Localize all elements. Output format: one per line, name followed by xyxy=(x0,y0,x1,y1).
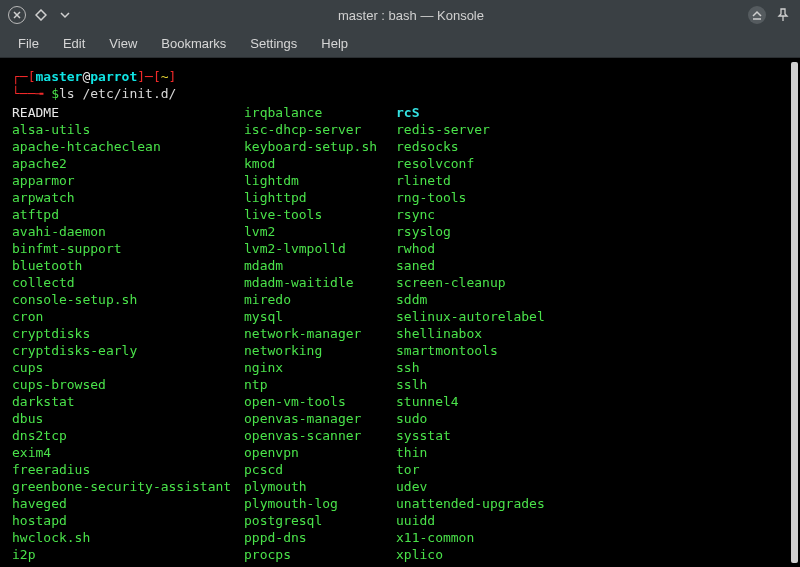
menu-file[interactable]: File xyxy=(8,32,49,55)
listing-cell: greenbone-security-assistant xyxy=(12,478,244,495)
listing-cell: console-setup.sh xyxy=(12,291,244,308)
listing-cell: smartmontools xyxy=(396,342,498,359)
menubar: File Edit View Bookmarks Settings Help xyxy=(0,30,800,58)
listing-row: cronmysqlselinux-autorelabel xyxy=(12,308,788,325)
keep-above-icon[interactable] xyxy=(748,6,766,24)
listing-cell: dbus xyxy=(12,410,244,427)
listing-row: hostapdpostgresqluuidd xyxy=(12,512,788,529)
listing-cell: sslh xyxy=(396,376,427,393)
ls-output: READMEirqbalancercSalsa-utilsisc-dhcp-se… xyxy=(12,104,788,563)
prompt-bracket: ] xyxy=(169,69,177,84)
listing-cell: kmod xyxy=(244,155,396,172)
listing-cell: i2p xyxy=(12,546,244,563)
listing-cell: udev xyxy=(396,478,427,495)
listing-cell: rsyslog xyxy=(396,223,451,240)
listing-cell: bluetooth xyxy=(12,257,244,274)
listing-row: cryptdisks-earlynetworkingsmartmontools xyxy=(12,342,788,359)
listing-cell: tor xyxy=(396,461,419,478)
listing-cell: rwhod xyxy=(396,240,435,257)
listing-cell: shellinabox xyxy=(396,325,482,342)
listing-row: alsa-utilsisc-dhcp-serverredis-server xyxy=(12,121,788,138)
listing-cell: redis-server xyxy=(396,121,490,138)
listing-cell: rcS xyxy=(396,104,419,121)
terminal-area[interactable]: ┌─[master@parrot]─[~] └──╼ $ls /etc/init… xyxy=(0,58,800,567)
listing-cell: procps xyxy=(244,546,396,563)
listing-cell: miredo xyxy=(244,291,396,308)
listing-cell: haveged xyxy=(12,495,244,512)
scrollbar[interactable] xyxy=(791,62,798,563)
listing-cell: openvas-manager xyxy=(244,410,396,427)
listing-cell: atftpd xyxy=(12,206,244,223)
listing-cell: collectd xyxy=(12,274,244,291)
listing-cell: exim4 xyxy=(12,444,244,461)
listing-cell: mdadm xyxy=(244,257,396,274)
listing-cell: thin xyxy=(396,444,427,461)
prompt-line-2: └──╼ $ls /etc/init.d/ xyxy=(12,85,788,102)
close-icon[interactable] xyxy=(8,6,26,24)
listing-row: exim4openvpnthin xyxy=(12,444,788,461)
listing-cell: irqbalance xyxy=(244,104,396,121)
command-text: ls /etc/init.d/ xyxy=(59,86,176,101)
minimize-icon[interactable] xyxy=(56,6,74,24)
listing-row: binfmt-supportlvm2-lvmpolldrwhod xyxy=(12,240,788,257)
titlebar-left-controls xyxy=(8,6,74,24)
listing-cell: cups xyxy=(12,359,244,376)
listing-cell: unattended-upgrades xyxy=(396,495,545,512)
listing-row: collectdmdadm-waitidlescreen-cleanup xyxy=(12,274,788,291)
listing-cell: lightdm xyxy=(244,172,396,189)
listing-row: freeradiuspcscdtor xyxy=(12,461,788,478)
menu-help[interactable]: Help xyxy=(311,32,358,55)
listing-cell: avahi-daemon xyxy=(12,223,244,240)
listing-cell: selinux-autorelabel xyxy=(396,308,545,325)
listing-cell: arpwatch xyxy=(12,189,244,206)
listing-row: avahi-daemonlvm2rsyslog xyxy=(12,223,788,240)
listing-cell: xplico xyxy=(396,546,443,563)
pin-icon[interactable] xyxy=(774,6,792,24)
listing-cell: cryptdisks xyxy=(12,325,244,342)
listing-cell: binfmt-support xyxy=(12,240,244,257)
titlebar-right-controls xyxy=(748,6,792,24)
listing-cell: ssh xyxy=(396,359,419,376)
listing-cell: darkstat xyxy=(12,393,244,410)
listing-cell: networking xyxy=(244,342,396,359)
listing-cell: rng-tools xyxy=(396,189,466,206)
listing-cell: nginx xyxy=(244,359,396,376)
listing-cell: openvpn xyxy=(244,444,396,461)
listing-row: apparmorlightdmrlinetd xyxy=(12,172,788,189)
listing-row: i2pprocpsxplico xyxy=(12,546,788,563)
listing-cell: live-tools xyxy=(244,206,396,223)
menu-settings[interactable]: Settings xyxy=(240,32,307,55)
listing-cell: plymouth-log xyxy=(244,495,396,512)
prompt-prefix: └──╼ xyxy=(12,86,51,101)
prompt-dollar: $ xyxy=(51,86,59,101)
listing-cell: mysql xyxy=(244,308,396,325)
listing-cell: alsa-utils xyxy=(12,121,244,138)
listing-cell: rlinetd xyxy=(396,172,451,189)
maximize-icon[interactable] xyxy=(32,6,50,24)
menu-view[interactable]: View xyxy=(99,32,147,55)
listing-cell: apparmor xyxy=(12,172,244,189)
listing-row: atftpdlive-toolsrsync xyxy=(12,206,788,223)
prompt-bracket: ]─[ xyxy=(137,69,160,84)
listing-cell: redsocks xyxy=(396,138,459,155)
listing-cell: saned xyxy=(396,257,435,274)
listing-row: dns2tcpopenvas-scannersysstat xyxy=(12,427,788,444)
listing-cell: cups-browsed xyxy=(12,376,244,393)
menu-bookmarks[interactable]: Bookmarks xyxy=(151,32,236,55)
listing-cell: hwclock.sh xyxy=(12,529,244,546)
listing-cell: README xyxy=(12,104,244,121)
prompt-host: parrot xyxy=(90,69,137,84)
listing-cell: sddm xyxy=(396,291,427,308)
listing-cell: keyboard-setup.sh xyxy=(244,138,396,155)
listing-row: apache-htcachecleankeyboard-setup.shreds… xyxy=(12,138,788,155)
listing-cell: sudo xyxy=(396,410,427,427)
listing-row: havegedplymouth-logunattended-upgrades xyxy=(12,495,788,512)
listing-cell: dns2tcp xyxy=(12,427,244,444)
menu-edit[interactable]: Edit xyxy=(53,32,95,55)
listing-row: cryptdisksnetwork-managershellinabox xyxy=(12,325,788,342)
listing-cell: postgresql xyxy=(244,512,396,529)
listing-cell: isc-dhcp-server xyxy=(244,121,396,138)
window-title: master : bash — Konsole xyxy=(74,8,748,23)
window-titlebar: master : bash — Konsole xyxy=(0,0,800,30)
listing-row: cupsnginxssh xyxy=(12,359,788,376)
